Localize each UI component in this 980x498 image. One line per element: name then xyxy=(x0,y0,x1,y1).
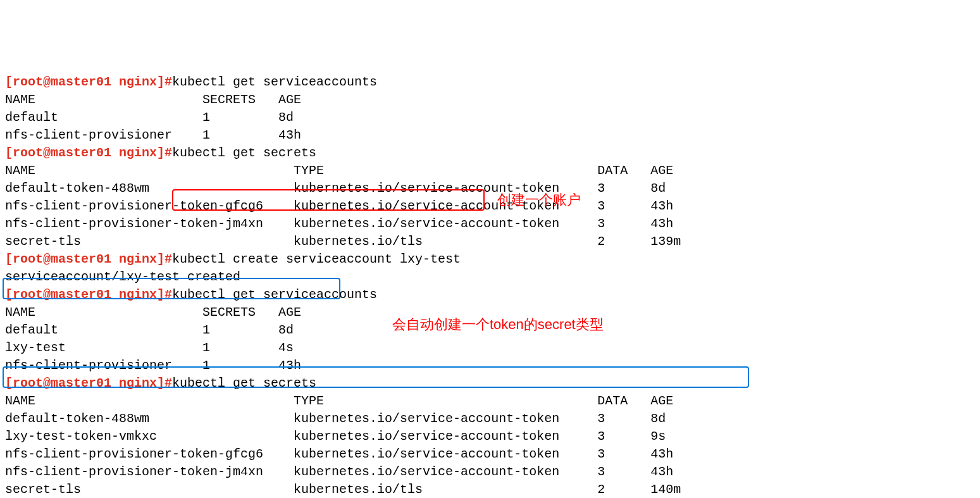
shell-prompt: [root@master01 nginx]# xyxy=(5,376,172,390)
terminal-output: [root@master01 nginx]#kubectl get servic… xyxy=(5,73,975,498)
shell-prompt: [root@master01 nginx]# xyxy=(5,252,172,266)
shell-prompt: [root@master01 nginx]# xyxy=(5,287,172,302)
annotation-auto-secret: 会自动创建一个token的secret类型 xyxy=(392,316,604,333)
shell-prompt: [root@master01 nginx]# xyxy=(5,146,172,160)
annotation-create-account: 创建一个账户 xyxy=(497,191,581,209)
shell-prompt: [root@master01 nginx]# xyxy=(5,75,172,89)
